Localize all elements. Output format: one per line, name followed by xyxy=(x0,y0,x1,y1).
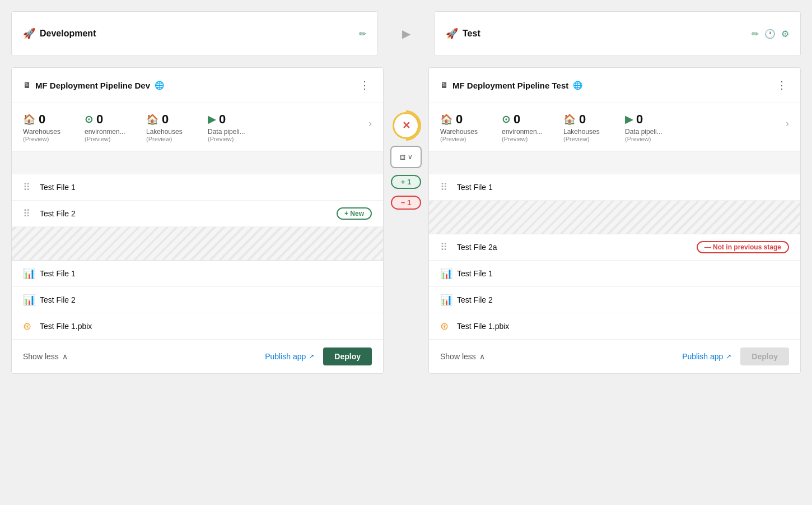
test-file-name-2a: Test File 2a xyxy=(457,243,691,252)
dev-file-name-1: Test File 1 xyxy=(40,183,372,192)
test-lakehouse-label: Lakehouses xyxy=(563,128,600,136)
test-datapipeline-label: Data pipeli... xyxy=(625,128,662,136)
test-datapipeline-sublabel: (Preview) xyxy=(625,136,651,142)
dev-warehouse-label: Warehouses xyxy=(23,128,60,136)
dev-metric-datapipeline: ▶ 0 Data pipeli... (Preview) xyxy=(208,112,269,142)
test-stage-label: Test xyxy=(463,29,480,39)
test-metric-env: ⊙ 0 environmen... (Preview) xyxy=(502,112,563,142)
dev-publish-app-icon: ↗ xyxy=(309,353,314,360)
dev-file-name-3: Test File 1 xyxy=(40,269,372,278)
test-edit-icon[interactable]: ✏ xyxy=(752,29,759,39)
test-pipeline-card: 🖥 MF Deployment Pipeline Test 🌐 ⋮ 🏠 0 Wa… xyxy=(428,67,801,374)
dev-lakehouse-icon: 🏠 xyxy=(146,113,158,126)
test-pipeline-menu-icon[interactable]: ⋮ xyxy=(774,77,789,94)
dev-metric-warehouses: 🏠 0 Warehouses (Preview) xyxy=(23,112,85,142)
dev-file-bar-icon-1: 📊 xyxy=(23,267,34,280)
test-file-name-4: Test File 2 xyxy=(457,295,789,304)
test-publish-app-button[interactable]: Publish app ↗ xyxy=(682,352,731,361)
dev-file-item-2: ⠿ Test File 2 + New xyxy=(12,201,383,227)
compare-chevron-icon: ∨ xyxy=(408,153,413,161)
test-deploy-button: Deploy xyxy=(740,348,789,365)
test-datapipeline-count: 0 xyxy=(636,112,643,127)
dev-warehouse-count: 0 xyxy=(39,112,45,127)
dev-publish-app-button[interactable]: Publish app ↗ xyxy=(265,352,314,361)
middle-connector: ✕ ⧈ ∨ + 1 − 1 xyxy=(384,67,428,210)
dev-env-label: environmen... xyxy=(85,128,125,136)
test-metric-lakehouse: 🏠 0 Lakehouses (Preview) xyxy=(563,112,625,142)
test-warehouse-label: Warehouses xyxy=(440,128,478,136)
dev-datapipeline-count: 0 xyxy=(219,112,226,127)
test-pipeline-title: 🖥 MF Deployment Pipeline Test 🌐 xyxy=(440,81,582,90)
dev-metrics-arrow[interactable]: › xyxy=(368,112,372,135)
test-env-icon: ⊙ xyxy=(502,113,510,126)
dev-file-pbix-icon: ⊛ xyxy=(23,320,34,332)
test-history-icon[interactable]: 🕐 xyxy=(764,29,776,39)
test-metrics-arrow[interactable]: › xyxy=(786,112,789,135)
diff-plus-badge: + 1 xyxy=(391,175,421,189)
test-file-name-1: Test File 1 xyxy=(457,183,789,192)
test-stage-title: 🚀 Test xyxy=(446,27,480,40)
dev-file-name-2: Test File 2 xyxy=(40,209,331,218)
test-lakehouse-count: 0 xyxy=(579,112,586,127)
diff-minus-badge: − 1 xyxy=(391,196,421,210)
dev-warehouse-sublabel: (Preview) xyxy=(23,136,49,142)
dev-show-less-button[interactable]: Show less ∧ xyxy=(23,352,68,361)
dev-show-less-label: Show less xyxy=(23,352,59,361)
dev-pipeline-header: 🖥 MF Deployment Pipeline Dev 🌐 ⋮ xyxy=(12,68,383,103)
test-file-list: ⠿ Test File 1 ⠿ Test File 2a — Not in pr… xyxy=(429,174,800,339)
dev-datapipeline-sublabel: (Preview) xyxy=(208,136,234,142)
compare-button[interactable]: ⧈ ∨ xyxy=(390,146,422,168)
dev-metrics-row: 🏠 0 Warehouses (Preview) ⊙ 0 environmen.… xyxy=(12,103,383,152)
test-show-less-button[interactable]: Show less ∧ xyxy=(440,352,485,361)
arrow-icon: ▶ xyxy=(402,27,410,40)
test-file-item-4: 📊 Test File 2 xyxy=(429,287,800,313)
test-settings-icon[interactable]: ⚙ xyxy=(781,29,789,39)
dev-card-footer: Show less ∧ Publish app ↗ Deploy xyxy=(12,339,383,373)
dev-rocket-icon: 🚀 xyxy=(23,27,35,40)
dev-hatched-area xyxy=(12,227,383,261)
dev-pipeline-menu-icon[interactable]: ⋮ xyxy=(357,77,372,94)
test-metrics-row: 🏠 0 Warehouses (Preview) ⊙ 0 environmen.… xyxy=(429,103,800,152)
dev-pipeline-name: MF Deployment Pipeline Dev xyxy=(35,81,150,90)
dev-file-grid-icon-2: ⠿ xyxy=(23,207,34,220)
main-container: 🚀 Development ✏ ▶ 🚀 Test ✏ 🕐 ⚙ xyxy=(11,11,801,374)
dev-stage-label: Development xyxy=(40,29,96,39)
test-show-less-label: Show less xyxy=(440,352,476,361)
top-row: 🚀 Development ✏ ▶ 🚀 Test ✏ 🕐 ⚙ xyxy=(11,11,801,56)
stage-arrow-connector: ▶ xyxy=(389,27,423,40)
test-file-grid-icon-2a: ⠿ xyxy=(440,241,451,253)
test-metric-warehouses: 🏠 0 Warehouses (Preview) xyxy=(440,112,502,142)
dev-env-count: 0 xyxy=(96,112,103,127)
test-file-item-3: 📊 Test File 1 xyxy=(429,261,800,287)
test-stage-card: 🚀 Test ✏ 🕐 ⚙ xyxy=(434,11,801,56)
test-datapipeline-icon: ▶ xyxy=(625,113,633,126)
test-rocket-icon: 🚀 xyxy=(446,27,458,40)
test-lakehouse-sublabel: (Preview) xyxy=(563,136,589,142)
dev-datapipeline-label: Data pipeli... xyxy=(208,128,245,136)
compare-icon: ⧈ xyxy=(400,152,405,162)
test-file-pbix-icon: ⊛ xyxy=(440,320,451,332)
dev-file-name-4: Test File 2 xyxy=(40,295,372,304)
test-env-count: 0 xyxy=(514,112,520,127)
dev-new-badge: + New xyxy=(337,207,372,220)
test-hatched-area xyxy=(429,201,800,234)
test-file-item-5: ⊛ Test File 1.pbix xyxy=(429,313,800,339)
test-warehouse-count: 0 xyxy=(456,112,463,127)
dev-file-list: ⠿ Test File 1 ⠿ Test File 2 + New 📊 Test… xyxy=(12,174,383,339)
dev-pipeline-db-icon: 🖥 xyxy=(23,81,31,90)
dev-file-item-5: ⊛ Test File 1.pbix xyxy=(12,313,383,339)
dev-pipeline-card: 🖥 MF Deployment Pipeline Dev 🌐 ⋮ 🏠 0 War… xyxy=(11,67,384,374)
dev-metric-lakehouse: 🏠 0 Lakehouses (Preview) xyxy=(146,112,208,142)
refresh-status-icon: ✕ xyxy=(393,112,419,139)
dev-env-icon: ⊙ xyxy=(85,113,93,126)
test-file-bar-icon-2: 📊 xyxy=(440,294,451,306)
bottom-row: 🖥 MF Deployment Pipeline Dev 🌐 ⋮ 🏠 0 War… xyxy=(11,67,801,374)
test-card-footer: Show less ∧ Publish app ↗ Deploy xyxy=(429,339,800,373)
dev-deploy-button[interactable]: Deploy xyxy=(323,348,372,365)
dev-file-name-5: Test File 1.pbix xyxy=(40,322,372,331)
test-stage-actions: ✏ 🕐 ⚙ xyxy=(752,29,789,39)
dev-file-bar-icon-2: 📊 xyxy=(23,294,34,306)
test-publish-app-icon: ↗ xyxy=(726,353,731,360)
test-warehouse-icon: 🏠 xyxy=(440,113,452,126)
dev-edit-icon[interactable]: ✏ xyxy=(359,29,366,39)
